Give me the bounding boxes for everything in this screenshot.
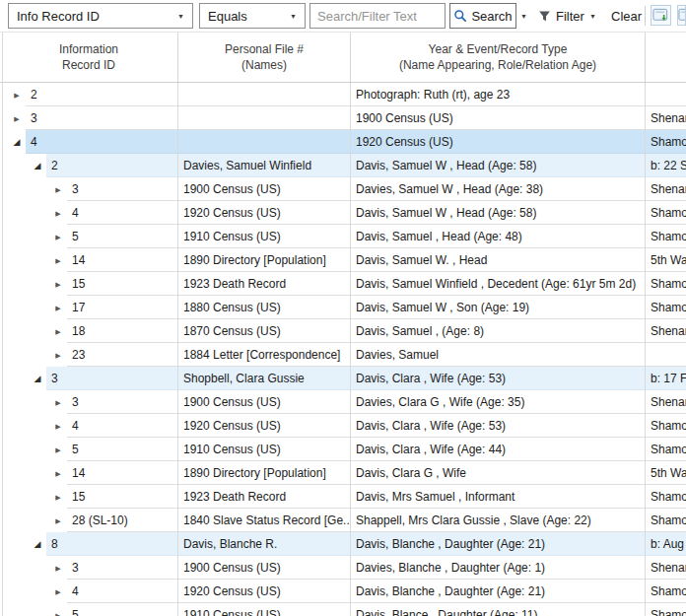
expander-collapsed-icon[interactable]: ▶: [53, 494, 63, 501]
expander-collapsed-icon[interactable]: ▶: [53, 186, 63, 193]
table-row[interactable]: ◢ 8 Davis, Blanche R. Davis, Blanche , D…: [0, 532, 686, 556]
cell-event-type[interactable]: 1920 Census (US): [351, 130, 646, 154]
expander-collapsed-icon[interactable]: ▶: [53, 352, 63, 359]
cell-record-id[interactable]: 3: [26, 106, 178, 130]
cell-record-id[interactable]: 18: [67, 319, 178, 343]
cell-personal-file[interactable]: 1910 Census (US): [178, 225, 351, 248]
cell-location[interactable]: Shamo: [646, 485, 686, 509]
cell-record-id[interactable]: 23: [67, 343, 178, 367]
column-header-information-record-id[interactable]: Information Record ID: [0, 33, 178, 82]
cell-event-type[interactable]: Davies, Blanche , Daughter (Age: 1): [351, 556, 646, 580]
cell-record-id[interactable]: 8: [46, 532, 178, 556]
table-row[interactable]: ◢ 2 Davies, Samuel Winfield Davis, Samue…: [0, 154, 686, 177]
column-header-personal-file[interactable]: Personal File # (Names): [178, 33, 351, 82]
cell-record-id[interactable]: 5: [67, 225, 178, 248]
cell-record-id[interactable]: 4: [67, 201, 178, 225]
expander-collapsed-icon[interactable]: ▶: [53, 588, 63, 595]
cell-personal-file[interactable]: [178, 83, 351, 106]
expander-expanded-icon[interactable]: ◢: [12, 138, 22, 147]
cell-personal-file[interactable]: 1890 Directory [Population]: [178, 461, 351, 485]
cell-location[interactable]: 5th Wa: [646, 461, 686, 485]
cell-record-id[interactable]: 2: [46, 154, 178, 177]
search-button[interactable]: Search: [449, 3, 516, 29]
cell-personal-file[interactable]: 1900 Census (US): [178, 390, 351, 414]
cell-record-id[interactable]: 14: [67, 248, 178, 272]
clear-button[interactable]: Clear: [611, 3, 642, 29]
cell-event-type[interactable]: Davies, Clara G , Wife (Age: 35): [351, 390, 646, 414]
operator-dropdown[interactable]: Equals ▼: [199, 3, 306, 29]
expander-expanded-icon[interactable]: ◢: [33, 162, 42, 171]
cell-personal-file[interactable]: 1840 Slave Status Record [Ge...: [178, 509, 351, 532]
cell-event-type[interactable]: Davis, Samuel W. , Head: [351, 248, 646, 272]
expander-collapsed-icon[interactable]: ▶: [53, 446, 63, 453]
expander-collapsed-icon[interactable]: ▶: [53, 423, 63, 430]
cell-location[interactable]: [646, 343, 686, 367]
cell-location[interactable]: b: 22 S: [646, 154, 686, 177]
cell-event-type[interactable]: Davis, Clara , Wife (Age: 53): [351, 414, 646, 438]
cell-location[interactable]: Shenan: [646, 177, 686, 201]
expander-collapsed-icon[interactable]: ▶: [53, 565, 63, 572]
cell-event-type[interactable]: Davies, Samuel W , Head (Age: 38): [351, 177, 646, 201]
cell-record-id[interactable]: 4: [67, 580, 178, 603]
cell-record-id[interactable]: 28 (SL-10): [67, 509, 178, 532]
cell-location[interactable]: Shamo: [646, 201, 686, 225]
cell-event-type[interactable]: Davis, Blanche , Daughter (Age: 21): [351, 580, 646, 603]
table-row[interactable]: ▶ 23 1884 Letter [Correspondence] Davies…: [0, 343, 686, 367]
cell-record-id[interactable]: 5: [67, 438, 178, 461]
expander-collapsed-icon[interactable]: ▶: [53, 210, 63, 217]
table-row[interactable]: ▶ 18 1870 Census (US) Davis, Samuel , (A…: [0, 319, 686, 343]
table-row[interactable]: ▶ 14 1890 Directory [Population] Davis, …: [0, 248, 686, 272]
cell-event-type[interactable]: Photograph: Ruth (rt), age 23: [351, 83, 646, 106]
cell-personal-file[interactable]: Davis, Blanche R.: [178, 532, 351, 556]
cell-location[interactable]: b: Aug: [646, 532, 686, 556]
column-header-clipped[interactable]: [646, 33, 686, 82]
table-row[interactable]: ▶ 5 1910 Census (US) Davis, Blance , Dau…: [0, 603, 686, 616]
table-row[interactable]: ▶ 2 Photograph: Ruth (rt), age 23: [0, 83, 686, 106]
cell-location[interactable]: Shenan: [646, 106, 686, 130]
cell-event-type[interactable]: Davis, Mrs Samuel , Informant: [351, 485, 646, 509]
table-row[interactable]: ▶ 17 1880 Census (US) Davis, Samuel W , …: [0, 296, 686, 319]
expander-collapsed-icon[interactable]: ▶: [12, 115, 22, 122]
expander-expanded-icon[interactable]: ◢: [33, 375, 42, 383]
expander-collapsed-icon[interactable]: ▶: [53, 612, 63, 616]
table-row[interactable]: ▶ 3 1900 Census (US) Davies, Samuel W , …: [0, 177, 686, 201]
expander-collapsed-icon[interactable]: ▶: [53, 281, 63, 288]
cell-record-id[interactable]: 15: [67, 485, 178, 509]
cell-personal-file[interactable]: [178, 106, 351, 130]
cell-record-id[interactable]: 17: [67, 296, 178, 319]
cell-location[interactable]: 5th Wa: [646, 248, 686, 272]
cell-personal-file[interactable]: 1890 Directory [Population]: [178, 248, 351, 272]
expander-collapsed-icon[interactable]: ▶: [53, 328, 63, 335]
table-row[interactable]: ▶ 15 1923 Death Record Davis, Samuel Win…: [0, 272, 686, 296]
filter-button[interactable]: Filter ▼: [538, 3, 596, 29]
expander-expanded-icon[interactable]: ◢: [33, 540, 42, 549]
cell-event-type[interactable]: Davis, Blanche , Daughter (Age: 21): [351, 532, 646, 556]
cell-personal-file[interactable]: 1910 Census (US): [178, 603, 351, 616]
collapse-all-export-button[interactable]: [677, 5, 686, 26]
cell-event-type[interactable]: Davis, Blance , Daughter (Age: 11): [351, 603, 646, 616]
cell-event-type[interactable]: Shappell, Mrs Clara Gussie , Slave (Age:…: [351, 509, 646, 532]
cell-event-type[interactable]: Davis, Clara G , Wife: [351, 461, 646, 485]
cell-personal-file[interactable]: 1923 Death Record: [178, 485, 351, 509]
cell-personal-file[interactable]: 1900 Census (US): [178, 177, 351, 201]
table-row[interactable]: ▶ 3 1900 Census (US) Shenan: [0, 106, 686, 130]
table-row[interactable]: ▶ 3 1900 Census (US) Davies, Blanche , D…: [0, 556, 686, 580]
table-row[interactable]: ▶ 5 1910 Census (US) Davis, Samuel , Hea…: [0, 225, 686, 248]
column-header-year-event[interactable]: Year & Event/Record Type (Name Appearing…: [351, 33, 646, 82]
field-dropdown[interactable]: Info Record ID ▼: [8, 3, 193, 29]
cell-personal-file[interactable]: 1884 Letter [Correspondence]: [178, 343, 351, 367]
cell-record-id[interactable]: 2: [26, 83, 178, 106]
cell-record-id[interactable]: 4: [26, 130, 178, 154]
cell-record-id[interactable]: 14: [67, 461, 178, 485]
expander-collapsed-icon[interactable]: ▶: [53, 257, 63, 264]
cell-personal-file[interactable]: Shopbell, Clara Gussie: [178, 367, 351, 390]
cell-event-type[interactable]: Davis, Clara , Wife (Age: 44): [351, 438, 646, 461]
cell-location[interactable]: Shamo: [646, 580, 686, 603]
cell-personal-file[interactable]: Davies, Samuel Winfield: [178, 154, 351, 177]
table-row[interactable]: ▶ 5 1910 Census (US) Davis, Clara , Wife…: [0, 438, 686, 461]
cell-record-id[interactable]: 3: [67, 390, 178, 414]
table-row[interactable]: ◢ 3 Shopbell, Clara Gussie Davis, Clara …: [0, 367, 686, 390]
cell-record-id[interactable]: 4: [67, 414, 178, 438]
cell-record-id[interactable]: 3: [67, 177, 178, 201]
cell-event-type[interactable]: Davies, Samuel: [351, 343, 646, 367]
